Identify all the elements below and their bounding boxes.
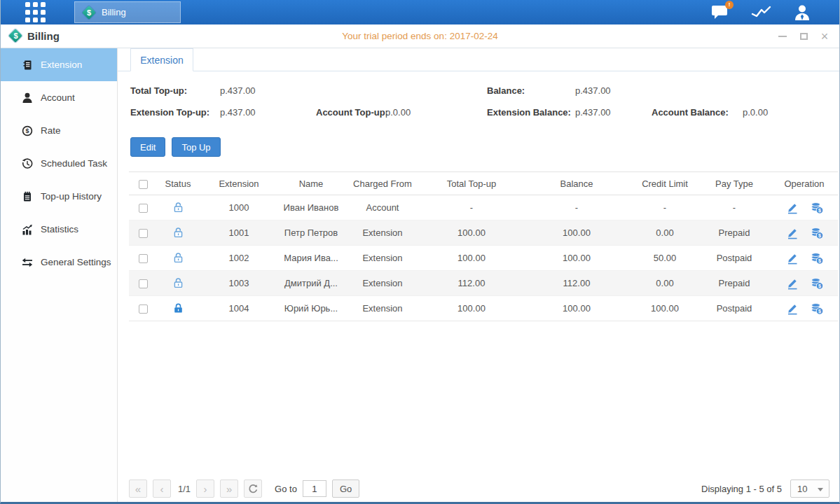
pay-type-cell: Postpaid bbox=[698, 296, 771, 321]
balance-cell: 112.00 bbox=[521, 271, 632, 296]
sidebar-item-statistics[interactable]: Statistics bbox=[1, 213, 117, 246]
top-up-row-icon[interactable]: $ bbox=[810, 227, 824, 239]
chevron-down-icon bbox=[818, 488, 823, 491]
account-topup-value: p.0.00 bbox=[385, 107, 411, 118]
minimize-button[interactable] bbox=[778, 31, 787, 41]
statistics-chart-button[interactable] bbox=[751, 4, 772, 20]
top-up-row-icon[interactable]: $ bbox=[810, 252, 824, 265]
svg-text:$: $ bbox=[818, 208, 821, 214]
svg-text:$: $ bbox=[818, 258, 821, 264]
svg-text:$: $ bbox=[818, 284, 821, 289]
main-content: Extension Total Top-up: p.437.00 Balance… bbox=[118, 48, 839, 502]
next-page-button[interactable]: › bbox=[196, 479, 214, 498]
notifications-button[interactable]: ! bbox=[711, 4, 730, 20]
total-topup-cell: 100.00 bbox=[422, 220, 521, 246]
status-lock-icon bbox=[172, 280, 184, 290]
total-topup-cell: 100.00 bbox=[422, 246, 521, 271]
row-checkbox[interactable] bbox=[139, 254, 148, 263]
prev-page-button[interactable]: ‹ bbox=[153, 479, 171, 498]
extension-balance-value: p.437.00 bbox=[575, 107, 611, 118]
notification-badge: ! bbox=[725, 1, 734, 9]
account-topup-label: Account Top-up: bbox=[316, 107, 388, 118]
refresh-icon bbox=[248, 484, 258, 493]
balance-value: p.437.00 bbox=[575, 85, 611, 96]
window-title-bar: $ Billing Your trial period ends on: 201… bbox=[1, 24, 839, 48]
goto-page-input[interactable] bbox=[303, 480, 326, 497]
top-up-row-icon[interactable]: $ bbox=[810, 202, 824, 214]
credit-limit-cell: 0.00 bbox=[632, 220, 698, 246]
app-launcher-icon[interactable] bbox=[25, 2, 46, 22]
close-button[interactable]: × bbox=[820, 31, 829, 41]
exchange-arrows-icon bbox=[22, 257, 33, 268]
extension-balance-label: Extension Balance: bbox=[487, 107, 571, 118]
row-checkbox[interactable] bbox=[139, 279, 148, 288]
edit-button[interactable]: Edit bbox=[130, 137, 165, 157]
edit-row-icon[interactable] bbox=[785, 202, 799, 214]
table-row: 1000 Иван Иванов Account - - - - $ bbox=[129, 195, 838, 220]
sidebar-item-label: Account bbox=[41, 92, 75, 103]
first-page-button[interactable]: « bbox=[129, 479, 147, 498]
page-indicator: 1/1 bbox=[178, 484, 191, 494]
svg-text:$: $ bbox=[25, 127, 29, 134]
total-topup-label: Total Top-up: bbox=[130, 85, 187, 96]
sidebar-item-rate[interactable]: $ Rate bbox=[1, 114, 117, 147]
edit-row-icon[interactable] bbox=[785, 302, 799, 315]
column-header-charged-from: Charged From bbox=[343, 172, 422, 195]
svg-text:$: $ bbox=[818, 309, 821, 314]
credit-limit-cell: - bbox=[632, 195, 698, 220]
status-lock-icon bbox=[172, 204, 184, 215]
bar-chart-icon bbox=[22, 224, 33, 235]
balance-cell: 100.00 bbox=[521, 296, 632, 321]
user-account-button[interactable] bbox=[793, 4, 811, 21]
go-button[interactable]: Go bbox=[332, 479, 359, 498]
edit-row-icon[interactable] bbox=[785, 227, 799, 239]
row-checkbox[interactable] bbox=[139, 229, 148, 238]
sidebar-item-account[interactable]: Account bbox=[1, 81, 117, 114]
pay-type-cell: Prepaid bbox=[698, 271, 771, 296]
window-title: Billing bbox=[27, 30, 60, 42]
extensions-table: Status Extension Name Charged From Total… bbox=[129, 172, 829, 321]
total-topup-value: p.437.00 bbox=[220, 85, 256, 96]
line-chart-icon bbox=[751, 4, 772, 20]
select-all-checkbox[interactable] bbox=[139, 180, 148, 189]
table-row: 1003 Дмитрий Д... Extension 112.00 112.0… bbox=[129, 271, 838, 296]
dollar-circle-icon: $ bbox=[22, 125, 33, 136]
sidebar-menu: Extension Account $ Rate bbox=[1, 48, 118, 502]
sidebar-item-label: General Settings bbox=[41, 257, 111, 267]
page-size-dropdown[interactable]: 10 bbox=[790, 479, 829, 498]
row-checkbox[interactable] bbox=[139, 204, 148, 213]
displaying-count-text: Displaying 1 - 5 of 5 bbox=[701, 484, 782, 494]
extension-cell: 1002 bbox=[199, 246, 279, 271]
pagination-bar: « ‹ 1/1 › » Go to Go Displaying 1 - 5 of… bbox=[129, 479, 829, 498]
sidebar-item-scheduled-task[interactable]: Scheduled Task bbox=[1, 147, 117, 180]
edit-row-icon[interactable] bbox=[785, 252, 799, 265]
sidebar-item-general-settings[interactable]: General Settings bbox=[1, 246, 117, 279]
total-topup-cell: 100.00 bbox=[422, 296, 521, 321]
total-topup-cell: 112.00 bbox=[422, 271, 521, 296]
tab-extension[interactable]: Extension bbox=[130, 48, 193, 71]
top-up-row-icon[interactable]: $ bbox=[810, 277, 824, 290]
billing-diamond-icon: $ bbox=[9, 29, 22, 43]
name-cell: Дмитрий Д... bbox=[279, 271, 343, 296]
top-navigation-bar: $ Billing ! bbox=[1, 0, 839, 24]
person-icon bbox=[22, 92, 33, 104]
sidebar-item-topup-history[interactable]: Top-up History bbox=[1, 180, 117, 213]
name-cell: Петр Петров bbox=[279, 220, 343, 246]
billing-tab-label: Billing bbox=[102, 7, 126, 18]
column-header-extension: Extension bbox=[199, 172, 279, 195]
top-up-button[interactable]: Top Up bbox=[172, 137, 220, 157]
last-page-button[interactable]: » bbox=[220, 479, 238, 498]
billing-app-tab[interactable]: $ Billing bbox=[74, 1, 181, 23]
column-header-status: Status bbox=[157, 172, 199, 195]
sidebar-item-extension[interactable]: Extension bbox=[1, 48, 117, 81]
maximize-button[interactable] bbox=[799, 31, 808, 41]
row-checkbox[interactable] bbox=[139, 304, 148, 314]
refresh-button[interactable] bbox=[244, 479, 262, 498]
clock-history-icon bbox=[22, 158, 33, 169]
account-balance-label: Account Balance: bbox=[652, 107, 729, 118]
name-cell: Юрий Юрь... bbox=[279, 296, 343, 321]
sidebar-item-label: Top-up History bbox=[41, 191, 102, 202]
column-header-total-topup: Total Top-up bbox=[422, 172, 521, 195]
top-up-row-icon[interactable]: $ bbox=[810, 302, 824, 315]
edit-row-icon[interactable] bbox=[785, 277, 799, 290]
